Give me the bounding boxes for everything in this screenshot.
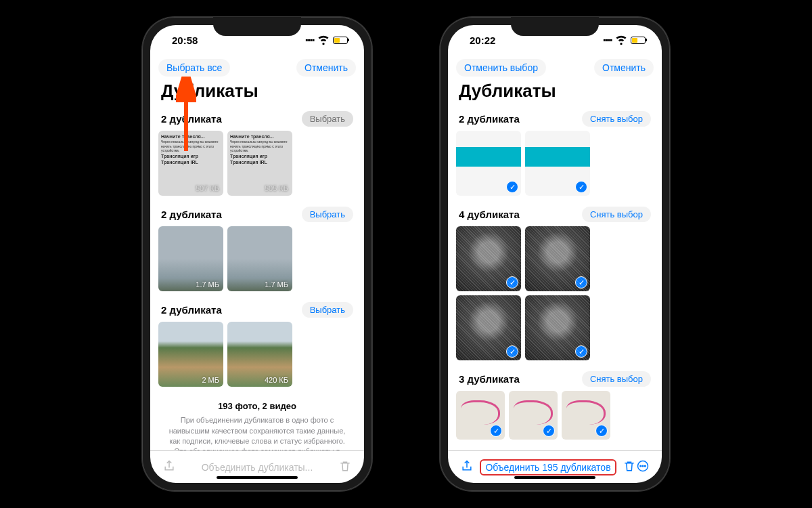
phone-right: 20:22 ▪▪▪▪ Отменить выбор Отменить Дубли… <box>440 17 670 491</box>
file-size: 420 КБ <box>265 376 288 384</box>
nav-bar: Выбрать все Отменить <box>150 55 364 78</box>
svg-point-5 <box>645 465 646 467</box>
selected-check-icon: ✓ <box>506 181 518 193</box>
duplicate-group: 2 дубликата Выбрать 2 МБ 420 КБ <box>150 298 364 394</box>
phone-left: 20:58 ▪▪▪▪ Выбрать все Отменить Дубликат… <box>142 17 372 491</box>
duplicate-group: 3 дубликата Снять выбор ✓ ✓ ✓ <box>448 367 662 446</box>
content-scroll[interactable]: 2 дубликата Выбрать Начните трансля... Ч… <box>150 107 364 450</box>
photo-thumbnail[interactable]: ✓ <box>525 295 590 360</box>
selected-check-icon: ✓ <box>490 425 502 437</box>
duplicate-group: 2 дубликата Снять выбор ✓ ✓ <box>448 107 662 203</box>
annotation-highlight: Объединить 195 дубликатов <box>480 459 616 475</box>
notch <box>511 17 599 36</box>
cancel-button[interactable]: Отменить <box>296 59 356 77</box>
trash-icon[interactable] <box>623 459 636 475</box>
merge-button[interactable]: Объединить 195 дубликатов <box>474 459 623 475</box>
selected-check-icon: ✓ <box>543 425 555 437</box>
photo-thumbnail[interactable]: ✓ <box>525 131 590 196</box>
selected-check-icon: ✓ <box>506 276 518 289</box>
group-title: 3 дубликата <box>459 373 520 385</box>
signal-icon: ▪▪▪▪ <box>603 35 612 45</box>
select-all-button[interactable]: Выбрать все <box>158 59 230 77</box>
cancel-button[interactable]: Отменить <box>594 59 654 77</box>
content-scroll[interactable]: 2 дубликата Снять выбор ✓ ✓ 4 дубликата … <box>448 107 662 450</box>
clock: 20:22 <box>470 35 495 46</box>
share-icon[interactable] <box>460 459 474 475</box>
svg-point-3 <box>640 465 641 467</box>
photo-thumbnail[interactable]: Начните трансля... Через несколько секун… <box>227 131 292 196</box>
photo-thumbnail[interactable]: ✓ <box>525 226 590 291</box>
trash-icon <box>338 459 352 475</box>
deselect-group-button[interactable]: Снять выбор <box>582 111 651 127</box>
group-title: 2 дубликата <box>161 209 222 220</box>
wifi-icon <box>317 33 330 48</box>
battery-icon <box>631 37 646 44</box>
svg-point-4 <box>642 465 644 467</box>
share-icon <box>162 459 176 475</box>
deselect-group-button[interactable]: Снять выбор <box>582 207 651 222</box>
notch <box>213 17 301 36</box>
file-size: 2 МБ <box>202 376 219 384</box>
group-title: 2 дубликата <box>459 113 520 125</box>
merge-button: Объединить дубликаты... <box>176 462 338 473</box>
selected-check-icon: ✓ <box>595 425 608 437</box>
group-title: 2 дубликата <box>161 304 222 316</box>
photo-thumbnail[interactable]: 1.7 МБ <box>158 226 223 291</box>
home-indicator[interactable] <box>514 476 595 479</box>
wifi-icon <box>614 33 628 48</box>
file-size: 1.7 МБ <box>265 280 288 289</box>
select-group-button[interactable]: Выбрать <box>302 302 353 318</box>
summary-text: 193 фото, 2 видео При объединении дублик… <box>150 394 364 450</box>
photo-thumbnail[interactable]: ✓ <box>509 391 558 440</box>
photo-thumbnail[interactable]: 2 МБ <box>158 322 223 387</box>
photo-thumbnail[interactable]: ✓ <box>562 391 610 440</box>
photo-thumbnail[interactable]: ✓ <box>456 391 505 440</box>
more-icon[interactable] <box>636 459 650 475</box>
home-indicator[interactable] <box>217 476 298 479</box>
photo-thumbnail[interactable]: 420 КБ <box>227 322 292 387</box>
duplicate-group: 2 дубликата Выбрать 1.7 МБ 1.7 МБ <box>150 203 364 298</box>
battery-icon <box>333 37 348 44</box>
selected-check-icon: ✓ <box>506 345 518 358</box>
nav-bar: Отменить выбор Отменить <box>448 55 662 78</box>
photo-thumbnail[interactable]: ✓ <box>456 131 521 196</box>
deselect-group-button[interactable]: Снять выбор <box>582 371 651 387</box>
file-size: 505 КБ <box>265 184 288 193</box>
selected-check-icon: ✓ <box>575 276 587 289</box>
selected-check-icon: ✓ <box>575 181 587 193</box>
photo-thumbnail[interactable]: ✓ <box>456 226 521 291</box>
file-size: 507 КБ <box>196 184 219 193</box>
photo-thumbnail[interactable]: 1.7 МБ <box>227 226 292 291</box>
group-title: 4 дубликата <box>459 209 520 220</box>
select-group-button[interactable]: Выбрать <box>302 111 353 127</box>
duplicate-group: 4 дубликата Снять выбор ✓ ✓ ✓ ✓ <box>448 203 662 367</box>
photo-thumbnail[interactable]: ✓ <box>456 295 521 360</box>
page-title: Дубликаты <box>448 78 662 107</box>
signal-icon: ▪▪▪▪ <box>305 35 314 45</box>
select-group-button[interactable]: Выбрать <box>302 207 353 222</box>
summary-counts: 193 фото, 2 видео <box>164 400 351 412</box>
annotation-arrow <box>176 77 196 158</box>
selected-check-icon: ✓ <box>575 345 587 358</box>
file-size: 1.7 МБ <box>196 280 219 289</box>
clock: 20:58 <box>172 35 198 46</box>
deselect-all-button[interactable]: Отменить выбор <box>456 59 546 77</box>
